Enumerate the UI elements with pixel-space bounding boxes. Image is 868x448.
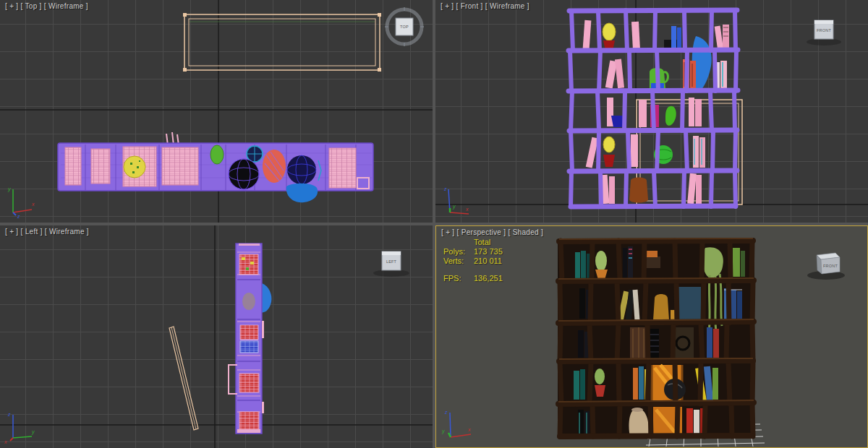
viewport-top[interactable]: [ + ] [ Top ] [ Wireframe ] bbox=[0, 0, 433, 223]
stats-fps-label: FPS: bbox=[443, 274, 468, 283]
viewcube-face-label: FRONT bbox=[823, 264, 838, 268]
viewport-top-label[interactable]: [ + ] [ Top ] [ Wireframe ] bbox=[5, 2, 88, 10]
axis-label-x: x bbox=[4, 439, 7, 444]
stats-verts-value: 210 011 bbox=[474, 257, 503, 266]
viewcube-face-label: TOP bbox=[400, 25, 409, 29]
axis-label-z: z bbox=[17, 214, 20, 218]
scene-top-wireframe bbox=[0, 0, 433, 223]
scene-front-wireframe bbox=[435, 0, 868, 223]
viewcube-front[interactable]: FRONT bbox=[804, 12, 845, 49]
axis-label-y: y bbox=[31, 429, 35, 435]
axis-label-z: z bbox=[7, 412, 11, 417]
axis-tripod-left: z y x bbox=[3, 408, 36, 444]
viewport-front-label[interactable]: [ + ] [ Front ] [ Wireframe ] bbox=[441, 2, 529, 10]
viewcube-face-label: FRONT bbox=[817, 28, 831, 33]
viewcube-top[interactable]: TOP bbox=[383, 4, 425, 46]
bookshelf-front-view[interactable] bbox=[569, 10, 738, 207]
max-4-viewport-workspace: [ + ] [ Top ] [ Wireframe ] bbox=[0, 0, 868, 448]
viewport-left[interactable]: [ + ] [ Left ] [ Wireframe ] bbox=[0, 225, 433, 448]
stats-verts-label: Verts: bbox=[443, 257, 468, 266]
axis-label-z: z bbox=[443, 186, 447, 191]
axis-tripod-front: z x y bbox=[438, 182, 472, 218]
plank-outline-left[interactable] bbox=[169, 327, 198, 430]
axis-label-z: z bbox=[444, 410, 448, 415]
stats-readout: Total Polys:173 735 Verts:210 011 FPS:13… bbox=[443, 238, 503, 283]
viewport-front[interactable]: [ + ] [ Front ] [ Wireframe ] bbox=[435, 0, 868, 223]
room-outline-top[interactable] bbox=[183, 13, 381, 72]
viewcube-left[interactable]: LEFT bbox=[372, 241, 412, 282]
bookshelf-left-view[interactable] bbox=[229, 244, 271, 434]
axis-tripod-perspective: z x y bbox=[439, 405, 475, 443]
viewport-perspective[interactable]: [ + ] [ Perspective ] [ Shaded ] Total P… bbox=[435, 225, 868, 448]
viewport-perspective-label[interactable]: [ + ] [ Perspective ] [ Shaded ] bbox=[441, 228, 543, 236]
axis-label-x: x bbox=[467, 427, 471, 432]
stats-total-header: Total bbox=[474, 238, 503, 247]
viewport-splitter-horizontal[interactable] bbox=[0, 223, 868, 225]
axis-label-x: x bbox=[31, 202, 35, 207]
axis-tripod-top: y x z bbox=[3, 182, 36, 218]
axis-label-y: y bbox=[7, 186, 11, 192]
bookshelf-top-view[interactable] bbox=[58, 132, 373, 202]
axis-label-x: x bbox=[465, 207, 469, 212]
scene-left-wireframe bbox=[0, 225, 433, 448]
axis-label-y: y bbox=[441, 428, 445, 434]
stats-fps-value: 136,251 bbox=[474, 274, 503, 283]
viewport-left-label[interactable]: [ + ] [ Left ] [ Wireframe ] bbox=[5, 228, 89, 236]
bookshelf-perspective[interactable] bbox=[558, 238, 754, 437]
stats-polys-label: Polys: bbox=[443, 247, 468, 257]
viewcube-perspective[interactable]: FRONT bbox=[805, 244, 848, 283]
stats-polys-value: 173 735 bbox=[474, 247, 503, 257]
viewcube-face-label: LEFT bbox=[386, 259, 397, 264]
axis-label-y: y bbox=[452, 204, 456, 210]
